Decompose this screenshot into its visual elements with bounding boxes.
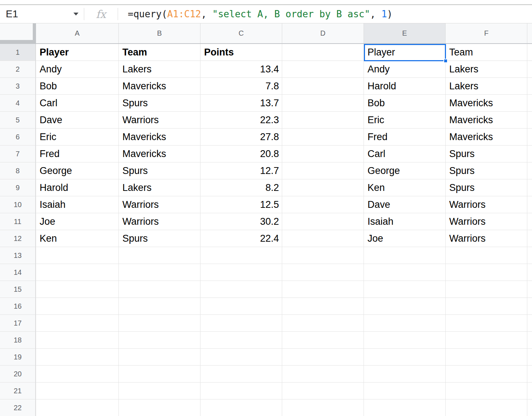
cell-C16[interactable]: [200, 298, 282, 315]
cell-C21[interactable]: [200, 383, 282, 399]
row-header-15[interactable]: 15: [0, 281, 36, 298]
cell-D14[interactable]: [282, 264, 364, 281]
cell-C12[interactable]: 22.4: [200, 230, 282, 247]
name-box-dropdown-icon[interactable]: [73, 13, 78, 15]
cell-A3[interactable]: Bob: [36, 78, 119, 95]
cell-A11[interactable]: Joe: [36, 213, 119, 230]
cell-C4[interactable]: 13.7: [200, 95, 282, 112]
cell-A12[interactable]: Ken: [36, 230, 119, 247]
row-header-6[interactable]: 6: [0, 129, 36, 146]
column-header-C[interactable]: C: [200, 23, 282, 43]
cell-B17[interactable]: [119, 315, 200, 332]
cell-D15[interactable]: [282, 281, 364, 298]
column-header-E[interactable]: E: [364, 23, 446, 43]
cell-C19[interactable]: [200, 349, 282, 366]
cell-E4[interactable]: Bob: [364, 95, 446, 112]
cell-D18[interactable]: [282, 332, 364, 349]
cell-A4[interactable]: Carl: [36, 95, 119, 112]
cell-A6[interactable]: Eric: [36, 129, 119, 146]
cell-F11[interactable]: Warriors: [446, 213, 527, 230]
cell-D21[interactable]: [282, 383, 364, 399]
cell-B3[interactable]: Mavericks: [119, 78, 200, 95]
row-header-16[interactable]: 16: [0, 298, 36, 315]
row-header-2[interactable]: 2: [0, 61, 36, 78]
cell-B9[interactable]: Lakers: [119, 179, 200, 196]
row-header-21[interactable]: 21: [0, 383, 36, 399]
cell-F10[interactable]: Warriors: [446, 196, 527, 213]
cell-A16[interactable]: [36, 298, 119, 315]
cell-B20[interactable]: [119, 366, 200, 383]
row-header-1[interactable]: 1: [0, 44, 36, 61]
row-header-11[interactable]: 11: [0, 213, 36, 230]
cell-A5[interactable]: Dave: [36, 112, 119, 129]
row-header-20[interactable]: 20: [0, 366, 36, 383]
cell-F19[interactable]: [446, 349, 527, 366]
cell-C1[interactable]: Points: [200, 44, 282, 61]
cell-C20[interactable]: [200, 366, 282, 383]
cell-F9[interactable]: Spurs: [446, 179, 527, 196]
cell-A21[interactable]: [36, 383, 119, 399]
cell-A9[interactable]: Harold: [36, 179, 119, 196]
cell-E13[interactable]: [364, 247, 446, 264]
cell-A19[interactable]: [36, 349, 119, 366]
cell-A15[interactable]: [36, 281, 119, 298]
cell-D17[interactable]: [282, 315, 364, 332]
formula-input[interactable]: =query(A1:C12, "select A, B order by B a…: [118, 9, 393, 19]
cell-E10[interactable]: Dave: [364, 196, 446, 213]
cell-B14[interactable]: [119, 264, 200, 281]
cell-B10[interactable]: Warriors: [119, 196, 200, 213]
cell-A17[interactable]: [36, 315, 119, 332]
cell-D5[interactable]: [282, 112, 364, 129]
cell-E6[interactable]: Fred: [364, 129, 446, 146]
cell-E15[interactable]: [364, 281, 446, 298]
cell-E20[interactable]: [364, 366, 446, 383]
cell-B1[interactable]: Team: [119, 44, 200, 61]
cell-F14[interactable]: [446, 264, 527, 281]
cell-F4[interactable]: Mavericks: [446, 95, 527, 112]
cell-E3[interactable]: Harold: [364, 78, 446, 95]
cell-D4[interactable]: [282, 95, 364, 112]
column-header-F[interactable]: F: [446, 23, 527, 43]
cell-B7[interactable]: Mavericks: [119, 146, 200, 162]
cell-E2[interactable]: Andy: [364, 61, 446, 78]
cell-B21[interactable]: [119, 383, 200, 399]
cell-F18[interactable]: [446, 332, 527, 349]
cell-E8[interactable]: George: [364, 162, 446, 179]
cell-E7[interactable]: Carl: [364, 146, 446, 162]
cell-A10[interactable]: Isaiah: [36, 196, 119, 213]
cell-E21[interactable]: [364, 383, 446, 399]
cell-A13[interactable]: [36, 247, 119, 264]
cell-A14[interactable]: [36, 264, 119, 281]
cell-F21[interactable]: [446, 383, 527, 399]
row-header-13[interactable]: 13: [0, 247, 36, 264]
row-header-3[interactable]: 3: [0, 78, 36, 95]
cell-A1[interactable]: Player: [36, 44, 119, 61]
cell-F6[interactable]: Mavericks: [446, 129, 527, 146]
row-header-4[interactable]: 4: [0, 95, 36, 112]
cell-A2[interactable]: Andy: [36, 61, 119, 78]
column-header-B[interactable]: B: [119, 23, 200, 43]
cell-E17[interactable]: [364, 315, 446, 332]
cell-B16[interactable]: [119, 298, 200, 315]
cell-E22[interactable]: [364, 399, 446, 416]
cell-A22[interactable]: [36, 399, 119, 416]
cell-C14[interactable]: [200, 264, 282, 281]
cell-D11[interactable]: [282, 213, 364, 230]
row-header-17[interactable]: 17: [0, 315, 36, 332]
cell-F7[interactable]: Spurs: [446, 146, 527, 162]
cell-C5[interactable]: 22.3: [200, 112, 282, 129]
cell-D13[interactable]: [282, 247, 364, 264]
cell-B5[interactable]: Warriors: [119, 112, 200, 129]
cell-C9[interactable]: 8.2: [200, 179, 282, 196]
cell-E18[interactable]: [364, 332, 446, 349]
cell-A8[interactable]: George: [36, 162, 119, 179]
cell-D16[interactable]: [282, 298, 364, 315]
cell-D1[interactable]: [282, 44, 364, 61]
row-header-18[interactable]: 18: [0, 332, 36, 349]
cell-D22[interactable]: [282, 399, 364, 416]
row-header-5[interactable]: 5: [0, 112, 36, 129]
cell-E5[interactable]: Eric: [364, 112, 446, 129]
row-header-9[interactable]: 9: [0, 179, 36, 196]
row-header-8[interactable]: 8: [0, 162, 36, 179]
cell-C3[interactable]: 7.8: [200, 78, 282, 95]
